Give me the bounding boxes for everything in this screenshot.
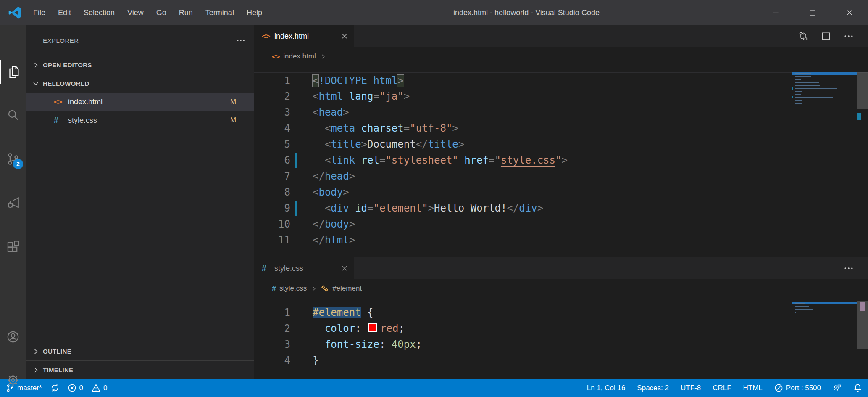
sync-icon	[50, 384, 59, 392]
menu-go[interactable]: Go	[150, 0, 173, 25]
overview-modified-marker	[857, 113, 861, 120]
status-sync[interactable]	[50, 384, 59, 392]
activity-run-and-debug[interactable]	[0, 191, 26, 214]
code-editor-html[interactable]: 1<!DOCTYPE html>2<html lang="ja">3<head>…	[254, 66, 868, 248]
section-folder[interactable]: HELLOWORLD	[26, 74, 254, 93]
minimap[interactable]	[792, 72, 857, 105]
activity-explorer[interactable]	[0, 60, 26, 84]
gutter	[290, 168, 313, 184]
status-notifications[interactable]	[853, 384, 862, 392]
line-number: 7	[254, 168, 290, 184]
more-actions-icon[interactable]	[844, 263, 854, 273]
code-line-9[interactable]: 9 <div id="element">Hello World!</div>	[254, 200, 868, 216]
code-line-4[interactable]: 4}	[254, 352, 868, 368]
activity-search[interactable]	[0, 103, 26, 127]
breadcrumb-item[interactable]: #style.css	[272, 284, 307, 293]
status-feedback[interactable]	[833, 384, 842, 392]
code-line-4[interactable]: 4 <meta charset="utf-8">	[254, 120, 868, 136]
scrollbar-slider[interactable]	[857, 72, 868, 109]
menu-help[interactable]: Help	[240, 0, 268, 25]
open-changes-icon[interactable]	[798, 31, 808, 41]
status-language-mode[interactable]: HTML	[743, 384, 763, 392]
close-tab-icon[interactable]	[341, 265, 348, 272]
chevron-right-icon	[32, 348, 39, 355]
status-eol[interactable]: CRLF	[713, 384, 731, 392]
window-title: index.html - helloworld - Visual Studio …	[453, 8, 600, 17]
tab-bar: <> index.html	[254, 25, 868, 47]
split-editor-icon[interactable]	[821, 31, 831, 41]
breadcrumb-item[interactable]: <>index.html	[272, 52, 316, 61]
line-number: 11	[254, 232, 290, 248]
menu-terminal[interactable]: Terminal	[199, 0, 240, 25]
more-actions-icon[interactable]	[844, 31, 854, 41]
code-line-1[interactable]: 1#element {	[254, 304, 868, 320]
code-line-8[interactable]: 8<body>	[254, 184, 868, 200]
menu-file[interactable]: File	[27, 0, 52, 25]
menu-run[interactable]: Run	[173, 0, 199, 25]
scrollbar[interactable]	[857, 257, 868, 379]
breadcrumb-item[interactable]: ...	[330, 52, 336, 61]
code-line-11[interactable]: 11</html>	[254, 232, 868, 248]
code-text: <body>	[313, 184, 349, 200]
gutter	[290, 152, 313, 168]
menu-view[interactable]: View	[121, 0, 150, 25]
activity-source-control[interactable]: 2	[0, 147, 26, 171]
scrollbar[interactable]	[857, 25, 868, 257]
section-timeline[interactable]: TIMELINE	[26, 360, 254, 379]
code-line-3[interactable]: 3 font-size: 40px;	[254, 336, 868, 352]
code-text: #element {	[313, 304, 374, 320]
explorer-more-actions-icon[interactable]	[236, 36, 245, 45]
code-text: </body>	[313, 216, 355, 232]
code-line-3[interactable]: 3<head>	[254, 104, 868, 120]
section-open-editors[interactable]: OPEN EDITORS	[26, 56, 254, 74]
code-text: <link rel="stylesheet" href="style.css">	[313, 152, 568, 168]
code-line-6[interactable]: 6 <link rel="stylesheet" href="style.css…	[254, 152, 868, 168]
breadcrumb-item[interactable]: #element	[321, 284, 362, 293]
status-cursor-position[interactable]: Ln 1, Col 16	[587, 384, 626, 392]
close-button[interactable]	[831, 0, 868, 25]
line-number: 1	[254, 304, 290, 320]
tab-style-css[interactable]: # style.css	[254, 257, 354, 279]
code-editor-css[interactable]: 1#element {2 color: red;3 font-size: 40p…	[254, 298, 868, 368]
code-line-2[interactable]: 2 color: red;	[254, 320, 868, 336]
editor-group-css: # style.css #style.css#element 1#element…	[254, 257, 868, 379]
minimap-line	[792, 84, 857, 87]
code-line-1[interactable]: 1<!DOCTYPE html>	[254, 72, 868, 88]
minimap[interactable]	[792, 302, 857, 314]
section-outline[interactable]: OUTLINE	[26, 342, 254, 360]
code-line-10[interactable]: 10</body>	[254, 216, 868, 232]
tab-index-html[interactable]: <> index.html	[254, 25, 354, 47]
title-bar: FileEditSelectionViewGoRunTerminalHelp i…	[0, 0, 868, 25]
status-warnings[interactable]: 0	[92, 384, 107, 392]
code-text: <html lang="ja">	[313, 88, 410, 104]
code-line-7[interactable]: 7</head>	[254, 168, 868, 184]
menu-edit[interactable]: Edit	[52, 0, 77, 25]
css-file-icon: #	[262, 264, 274, 273]
close-tab-icon[interactable]	[341, 32, 348, 40]
activity-accounts[interactable]	[0, 325, 26, 349]
code-line-5[interactable]: 5 <title>Document</title>	[254, 136, 868, 152]
maximize-button[interactable]	[794, 0, 831, 25]
html-file-icon: <>	[262, 32, 274, 40]
line-number: 10	[254, 216, 290, 232]
status-indentation[interactable]: Spaces: 2	[637, 384, 669, 392]
status-encoding[interactable]: UTF-8	[681, 384, 701, 392]
gutter	[290, 336, 313, 352]
menu-selection[interactable]: Selection	[77, 0, 121, 25]
minimize-button[interactable]	[757, 0, 794, 25]
error-icon	[68, 384, 76, 392]
breadcrumb: #style.css#element	[254, 279, 868, 298]
code-line-2[interactable]: 2<html lang="ja">	[254, 88, 868, 104]
vscode-logo	[8, 5, 22, 20]
editor-group-html: <> index.html <>index.html... 1<!DOCTYPE…	[254, 25, 868, 257]
activity-extensions[interactable]	[0, 235, 26, 259]
activity-settings[interactable]	[0, 368, 26, 392]
file-index.html[interactable]: <>index.htmlM	[26, 93, 254, 111]
status-live-server-port[interactable]: Port : 5500	[774, 384, 821, 392]
status-errors[interactable]: 0	[68, 384, 83, 392]
color-swatch[interactable]	[368, 323, 377, 332]
chevron-right-icon	[32, 366, 39, 374]
code-text: <!DOCTYPE html>	[313, 73, 405, 88]
gutter	[290, 304, 313, 320]
file-style.css[interactable]: #style.cssM	[26, 111, 254, 130]
